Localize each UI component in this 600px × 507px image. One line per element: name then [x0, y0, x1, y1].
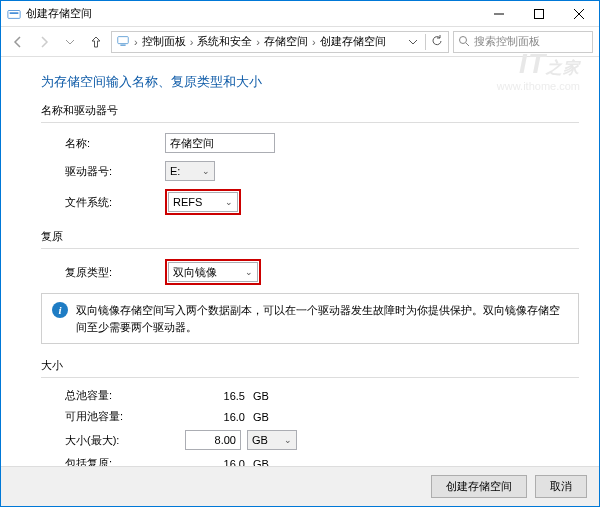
svg-line-9 [466, 43, 469, 46]
resiliency-dropdown[interactable]: 双向镜像⌄ [168, 262, 258, 282]
chevron-down-icon: ⌄ [245, 267, 253, 277]
breadcrumb-sep: › [190, 36, 194, 48]
unit-incl: GB [253, 458, 283, 467]
svg-point-8 [460, 36, 467, 43]
create-button[interactable]: 创建存储空间 [431, 475, 527, 498]
navbar: › 控制面板 › 系统和安全 › 存储空间 › 创建存储空间 搜索控制面板 [1, 27, 599, 57]
label-incl: 包括复原: [65, 456, 185, 466]
search-input[interactable]: 搜索控制面板 [453, 31, 593, 53]
chevron-down-icon: ⌄ [202, 166, 210, 176]
up-button[interactable] [85, 31, 107, 53]
label-drive: 驱动器号: [65, 164, 165, 179]
max-size-input[interactable] [185, 430, 241, 450]
maximize-button[interactable] [519, 1, 559, 26]
chevron-down-icon: ⌄ [225, 197, 233, 207]
breadcrumb-sep: › [134, 36, 138, 48]
window-title: 创建存储空间 [26, 6, 479, 21]
label-filesystem: 文件系统: [65, 195, 165, 210]
breadcrumb-item[interactable]: 存储空间 [264, 34, 308, 49]
label-total: 总池容量: [65, 388, 185, 403]
recent-button[interactable] [59, 31, 81, 53]
cancel-button[interactable]: 取消 [535, 475, 587, 498]
close-button[interactable] [559, 1, 599, 26]
breadcrumb-sep: › [312, 36, 316, 48]
titlebar: 创建存储空间 [1, 1, 599, 27]
label-restype: 复原类型: [65, 265, 165, 280]
value-total: 16.5 [185, 390, 245, 402]
label-max: 大小(最大): [65, 433, 185, 448]
page-heading: 为存储空间输入名称、复原类型和大小 [41, 73, 579, 91]
svg-rect-3 [535, 9, 544, 18]
label-name: 名称: [65, 136, 165, 151]
unit-avail: GB [253, 411, 283, 423]
info-icon: i [52, 302, 68, 318]
filesystem-dropdown[interactable]: REFS⌄ [168, 192, 238, 212]
divider [41, 377, 579, 378]
section-title-size: 大小 [41, 358, 579, 373]
button-bar: 创建存储空间 取消 [1, 466, 599, 506]
divider [41, 248, 579, 249]
forward-button[interactable] [33, 31, 55, 53]
value-incl: 16.0 [185, 458, 245, 467]
svg-rect-0 [8, 10, 20, 18]
highlight-box: 双向镜像⌄ [165, 259, 261, 285]
breadcrumb-dropdown[interactable] [405, 37, 421, 47]
info-mirror: i 双向镜像存储空间写入两个数据副本，可以在一个驱动器发生故障时为你提供保护。双… [41, 293, 579, 344]
breadcrumb-item[interactable]: 控制面板 [142, 34, 186, 49]
pc-icon [116, 34, 130, 50]
window: 创建存储空间 › 控制面板 › 系统和安全 › 存储空间 › 创建存储空间 [0, 0, 600, 507]
unit-total: GB [253, 390, 283, 402]
svg-rect-6 [118, 36, 129, 43]
section-title-resiliency: 复原 [41, 229, 579, 244]
drive-dropdown[interactable]: E:⌄ [165, 161, 215, 181]
label-avail: 可用池容量: [65, 409, 185, 424]
search-icon [458, 35, 470, 49]
search-placeholder: 搜索控制面板 [474, 34, 540, 49]
section-title-name: 名称和驱动器号 [41, 103, 579, 118]
divider [41, 122, 579, 123]
info-text: 双向镜像存储空间写入两个数据副本，可以在一个驱动器发生故障时为你提供保护。双向镜… [76, 302, 568, 335]
breadcrumb[interactable]: › 控制面板 › 系统和安全 › 存储空间 › 创建存储空间 [111, 31, 449, 53]
breadcrumb-item[interactable]: 系统和安全 [197, 34, 252, 49]
name-input[interactable] [165, 133, 275, 153]
refresh-button[interactable] [430, 34, 444, 50]
minimize-button[interactable] [479, 1, 519, 26]
max-unit-dropdown[interactable]: GB⌄ [247, 430, 297, 450]
app-icon [7, 7, 21, 21]
back-button[interactable] [7, 31, 29, 53]
breadcrumb-item[interactable]: 创建存储空间 [320, 34, 386, 49]
breadcrumb-sep: › [256, 36, 260, 48]
highlight-box: REFS⌄ [165, 189, 241, 215]
chevron-down-icon: ⌄ [284, 435, 292, 445]
content: 为存储空间输入名称、复原类型和大小 名称和驱动器号 名称: 驱动器号: E:⌄ … [1, 57, 599, 466]
svg-rect-1 [10, 12, 19, 14]
svg-rect-7 [120, 44, 125, 45]
value-avail: 16.0 [185, 411, 245, 423]
separator [425, 34, 426, 50]
